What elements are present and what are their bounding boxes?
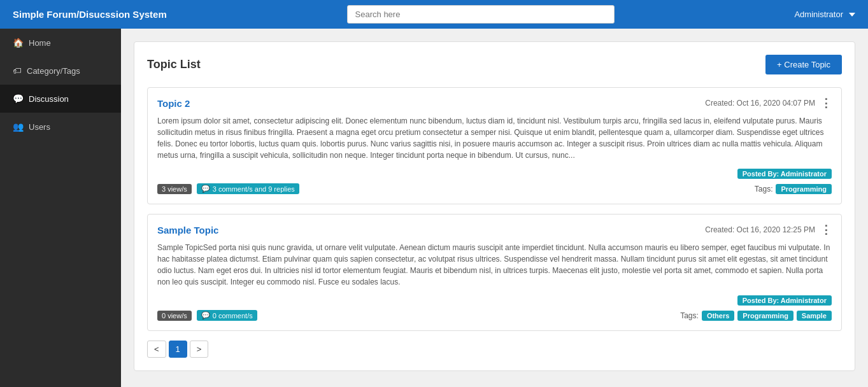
sidebar-item-discussion[interactable]: 💬 Discussion <box>0 85 121 113</box>
topic2-comments: 💬 3 comment/s and 9 replies <box>197 183 299 194</box>
discussion-icon: 💬 <box>13 94 24 104</box>
topic2-title[interactable]: Topic 2 <box>157 98 190 109</box>
tag-sample[interactable]: Sample <box>797 311 832 321</box>
sample-body: Sample TopicSed porta nisi quis nunc gra… <box>157 242 832 288</box>
main-content: Topic List + Create Topic Topic 2 Create… <box>121 29 868 387</box>
sample-stats: 0 view/s 💬 0 comment/s <box>157 310 257 321</box>
sidebar-item-category-tags[interactable]: 🏷 Category/Tags <box>0 57 121 85</box>
tag-programming-2[interactable]: Programming <box>737 311 793 321</box>
topic-list-header: Topic List + Create Topic <box>147 55 842 74</box>
comment-icon-2: 💬 <box>201 311 210 320</box>
pagination-page-1[interactable]: 1 <box>169 341 187 358</box>
header: Simple Forum/Disucssion System Administr… <box>0 0 868 29</box>
sidebar: 🏠 Home 🏷 Category/Tags 💬 Discussion 👥 Us… <box>0 29 121 387</box>
pagination-prev[interactable]: < <box>147 341 166 358</box>
pagination: < 1 > <box>147 341 842 358</box>
sample-posted-by: Posted By: Administrator <box>737 295 832 306</box>
topic2-options-icon[interactable]: ⋮ <box>820 97 832 109</box>
topic2-stats: 3 view/s 💬 3 comment/s and 9 replies <box>157 183 299 194</box>
sample-meta: Created: Oct 16, 2020 12:25 PM ⋮ <box>705 224 832 236</box>
sample-tags-label: Tags: <box>680 311 699 320</box>
user-menu-caret <box>849 13 855 17</box>
search-input[interactable] <box>347 5 615 24</box>
sample-comments: 💬 0 comment/s <box>197 310 257 321</box>
comment-icon: 💬 <box>201 185 210 193</box>
user-label: Administrator <box>794 10 843 19</box>
topic2-views: 3 view/s <box>157 184 192 194</box>
sample-header: Sample Topic Created: Oct 16, 2020 12:25… <box>157 224 832 236</box>
sample-created: Created: Oct 16, 2020 12:25 PM <box>705 225 815 234</box>
sidebar-label-users: Users <box>29 122 50 132</box>
sidebar-label-home: Home <box>29 38 51 48</box>
topic-list-card: Topic List + Create Topic Topic 2 Create… <box>134 41 855 371</box>
sample-footer: 0 view/s 💬 0 comment/s Tags: Others Prog… <box>157 310 832 321</box>
user-menu[interactable]: Administrator <box>794 10 855 19</box>
topic2-footer: 3 view/s 💬 3 comment/s and 9 replies Tag… <box>157 183 832 194</box>
topic2-tags-label: Tags: <box>755 185 773 194</box>
create-topic-button[interactable]: + Create Topic <box>765 55 842 74</box>
topic2-body: Lorem ipsum dolor sit amet, consectetur … <box>157 115 832 161</box>
sidebar-item-home[interactable]: 🏠 Home <box>0 29 121 57</box>
topic2-posted-by: Posted By: Administrator <box>737 169 832 179</box>
topic-list-title: Topic List <box>147 58 201 71</box>
sample-views: 0 view/s <box>157 311 192 321</box>
search-container <box>347 5 615 24</box>
topic2-meta: Created: Oct 16, 2020 04:07 PM ⋮ <box>705 97 832 109</box>
pagination-next[interactable]: > <box>190 341 209 358</box>
topic2-tags-area: Tags: Programming <box>755 184 832 194</box>
sample-comments-text: 0 comment/s <box>213 312 253 320</box>
brand-title: Simple Forum/Disucssion System <box>13 9 167 20</box>
sidebar-label-discussion: Discussion <box>29 94 69 104</box>
tag-icon: 🏷 <box>13 66 22 76</box>
topic2-created: Created: Oct 16, 2020 04:07 PM <box>705 99 815 108</box>
sample-title[interactable]: Sample Topic <box>157 225 218 236</box>
tag-programming-1[interactable]: Programming <box>776 184 832 194</box>
layout: 🏠 Home 🏷 Category/Tags 💬 Discussion 👥 Us… <box>0 29 868 387</box>
topic2-comments-text: 3 comment/s and 9 replies <box>213 185 295 193</box>
sidebar-label-category: Category/Tags <box>27 66 80 76</box>
sample-options-icon[interactable]: ⋮ <box>820 224 832 236</box>
topic-item-sample: Sample Topic Created: Oct 16, 2020 12:25… <box>147 214 842 331</box>
sidebar-item-users[interactable]: 👥 Users <box>0 113 121 141</box>
topic2-header: Topic 2 Created: Oct 16, 2020 04:07 PM ⋮ <box>157 97 832 109</box>
users-icon: 👥 <box>13 122 24 132</box>
topic-item-topic2: Topic 2 Created: Oct 16, 2020 04:07 PM ⋮… <box>147 87 842 204</box>
home-icon: 🏠 <box>13 38 24 48</box>
sample-tags-area: Tags: Others Programming Sample <box>680 311 832 321</box>
tag-others[interactable]: Others <box>702 311 734 321</box>
